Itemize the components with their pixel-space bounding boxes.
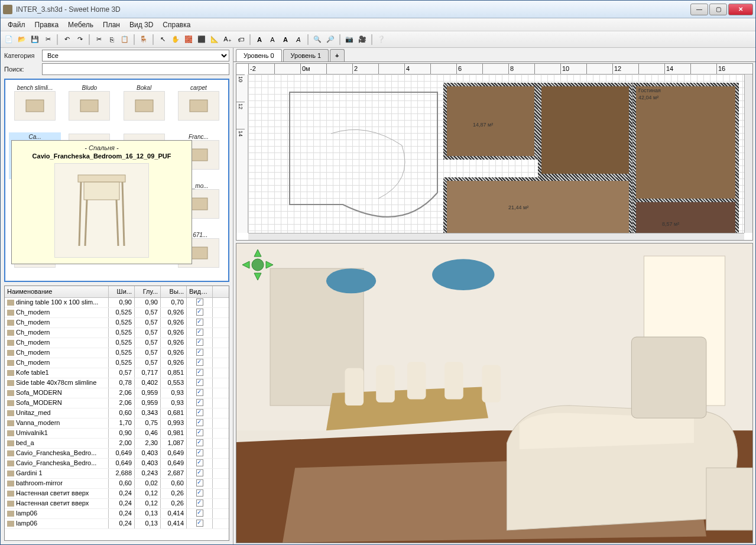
undo-icon[interactable]: ↶: [61, 34, 73, 46]
room-icon[interactable]: ⬛: [196, 34, 207, 46]
col-width[interactable]: Ши...: [109, 286, 135, 297]
table-row[interactable]: lamp060,240,130,414: [5, 519, 229, 529]
dimension-icon[interactable]: A₊: [222, 34, 233, 46]
visible-checkbox[interactable]: [196, 479, 203, 486]
visible-checkbox[interactable]: [196, 299, 203, 306]
prefs-icon[interactable]: ✂: [42, 34, 54, 46]
menu-view3d[interactable]: Вид 3D: [125, 19, 158, 31]
redo-icon[interactable]: ↷: [74, 34, 86, 46]
text-size-inc-icon[interactable]: A: [254, 34, 265, 46]
catalog-item[interactable]: bench slimli...: [9, 83, 61, 130]
catalog-item[interactable]: Bludo: [63, 83, 115, 130]
photo-icon[interactable]: 📷: [343, 34, 355, 46]
navigation-compass-icon[interactable]: [241, 248, 274, 281]
save-icon[interactable]: 💾: [29, 34, 41, 46]
table-row[interactable]: Sofa_MODERN2,060,9590,93: [5, 398, 229, 408]
visible-checkbox[interactable]: [196, 399, 203, 406]
copy-icon[interactable]: ⎘: [106, 34, 118, 46]
table-row[interactable]: Vanna_modern1,700,750,993: [5, 419, 229, 429]
cut-icon[interactable]: ✂: [93, 34, 105, 46]
visible-checkbox[interactable]: [196, 499, 203, 507]
col-height[interactable]: Вы...: [161, 286, 187, 297]
bold-icon[interactable]: A: [280, 34, 291, 46]
search-input[interactable]: [42, 63, 229, 75]
catalog-item[interactable]: carpet: [173, 83, 225, 130]
table-row[interactable]: Ch_modern0,5250,570,926: [5, 328, 229, 338]
visible-checkbox[interactable]: [196, 439, 203, 446]
text-icon[interactable]: 🏷: [235, 34, 246, 46]
menu-plan[interactable]: План: [98, 19, 125, 31]
table-row[interactable]: lamp060,240,130,414: [5, 509, 229, 519]
catalog-item[interactable]: Bokal: [118, 83, 170, 130]
help-icon[interactable]: ❔: [375, 34, 387, 46]
new-icon[interactable]: 📄: [3, 34, 15, 46]
select-icon[interactable]: ↖: [157, 34, 168, 46]
add-furniture-icon[interactable]: 🪑: [138, 34, 150, 46]
table-row[interactable]: Gardini 12,6880,2432,687: [5, 469, 229, 479]
visible-checkbox[interactable]: [196, 510, 203, 517]
tab-level-1[interactable]: Уровень 1: [283, 49, 329, 61]
pan-icon[interactable]: ✋: [170, 34, 181, 46]
table-row[interactable]: Cavio_Francheska_Bedro...0,6490,4030,649: [5, 459, 229, 469]
visible-checkbox[interactable]: [196, 319, 203, 326]
table-row[interactable]: Kofe table10,570,7170,851: [5, 368, 229, 378]
minimize-button[interactable]: —: [690, 4, 708, 15]
scrollbar-vertical[interactable]: [744, 74, 752, 233]
tab-level-0[interactable]: Уровень 0: [236, 49, 282, 61]
visible-checkbox[interactable]: [196, 419, 203, 426]
furniture-catalog[interactable]: - Спальня - Cavio_Francheska_Bedroom_16_…: [4, 79, 229, 282]
visible-checkbox[interactable]: [196, 489, 203, 497]
zoom-out-icon[interactable]: 🔎: [325, 34, 336, 46]
scrollbar-horizontal[interactable]: [248, 233, 744, 240]
visible-checkbox[interactable]: [196, 449, 203, 456]
visible-checkbox[interactable]: [196, 309, 203, 316]
table-row[interactable]: Ch_modern0,5250,570,926: [5, 308, 229, 318]
visible-checkbox[interactable]: [196, 429, 203, 436]
wall-icon[interactable]: 🧱: [183, 34, 194, 46]
table-row[interactable]: bed_a2,002,301,087: [5, 439, 229, 449]
visible-checkbox[interactable]: [196, 359, 203, 366]
plan-view-2d[interactable]: -20м246810121416 101214 Гостиная 42,04 м…: [236, 63, 753, 241]
table-row[interactable]: Настенная светит вверх0,240,120,26: [5, 489, 229, 499]
maximize-button[interactable]: ▢: [709, 4, 727, 15]
table-row[interactable]: Ch_modern0,5250,570,926: [5, 338, 229, 348]
col-name[interactable]: Наименование: [5, 286, 109, 297]
table-row[interactable]: bathroom-mirror0,600,020,60: [5, 479, 229, 489]
visible-checkbox[interactable]: [196, 349, 203, 356]
view-3d[interactable]: [236, 243, 753, 543]
visible-checkbox[interactable]: [196, 520, 203, 527]
tab-add-level[interactable]: +: [330, 49, 344, 61]
open-icon[interactable]: 📂: [16, 34, 28, 46]
table-row[interactable]: Umivalnik10,900,460,981: [5, 429, 229, 439]
close-button[interactable]: ✕: [728, 4, 753, 15]
visible-checkbox[interactable]: [196, 409, 203, 416]
col-visible[interactable]: Види...: [187, 286, 213, 297]
visible-checkbox[interactable]: [196, 379, 203, 386]
visible-checkbox[interactable]: [196, 389, 203, 396]
col-depth[interactable]: Глу...: [135, 286, 161, 297]
table-row[interactable]: dining table 100 x 100 slim...0,900,900,…: [5, 298, 229, 308]
visible-checkbox[interactable]: [196, 339, 203, 346]
polyline-icon[interactable]: 📐: [209, 34, 220, 46]
table-row[interactable]: Side table 40x78cm slimline0,780,4020,55…: [5, 378, 229, 388]
menu-furniture[interactable]: Мебель: [63, 19, 98, 31]
text-size-dec-icon[interactable]: A: [267, 34, 278, 46]
table-row[interactable]: Ch_modern0,5250,570,926: [5, 358, 229, 368]
table-row[interactable]: Unitaz_med0,600,3430,681: [5, 408, 229, 419]
visible-checkbox[interactable]: [196, 459, 203, 466]
zoom-in-icon[interactable]: 🔍: [312, 34, 323, 46]
menu-edit[interactable]: Правка: [30, 19, 64, 31]
table-body[interactable]: dining table 100 x 100 slim...0,900,900,…: [5, 298, 229, 540]
menu-help[interactable]: Справка: [158, 19, 195, 31]
table-row[interactable]: Ch_modern0,5250,570,926: [5, 318, 229, 328]
italic-icon[interactable]: A: [293, 34, 304, 46]
table-row[interactable]: Ch_modern0,5250,570,926: [5, 348, 229, 358]
menu-file[interactable]: Файл: [3, 19, 30, 31]
visible-checkbox[interactable]: [196, 469, 203, 476]
table-row[interactable]: Sofa_MODERN2,060,9590,93: [5, 388, 229, 398]
table-row[interactable]: Настенная светит вверх0,240,120,26: [5, 499, 229, 509]
table-row[interactable]: Cavio_Francheska_Bedro...0,6490,4030,649: [5, 449, 229, 459]
video-icon[interactable]: 🎥: [356, 34, 368, 46]
paste-icon[interactable]: 📋: [119, 34, 131, 46]
plan-canvas[interactable]: Гостиная 42,04 м² 14,87 м² 21,44 м² 8,57…: [248, 74, 744, 233]
